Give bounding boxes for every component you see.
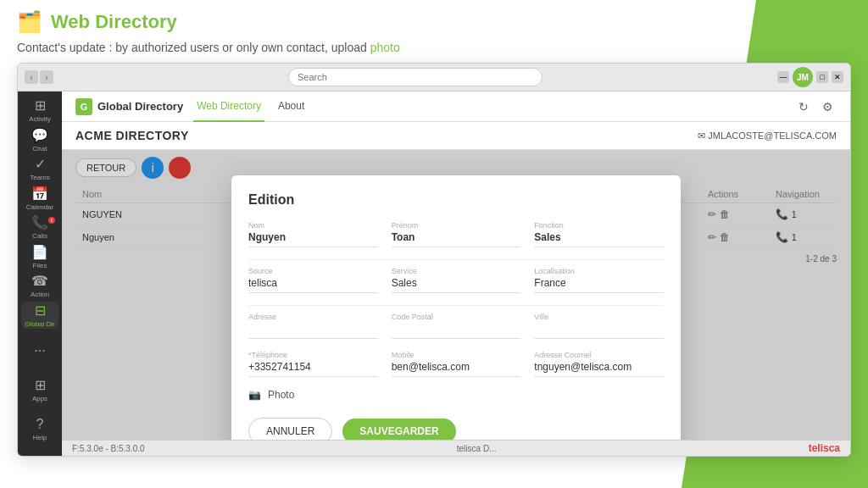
codepostal-label: Code postal	[392, 313, 521, 321]
app-title: Web Directory	[51, 11, 177, 33]
field-service: Service Sales	[392, 267, 521, 293]
sidebar-label-chat: Chat	[33, 145, 47, 152]
directory-email: ✉ JMLACOSTE@TELISCA.COM	[698, 130, 837, 141]
sidebar-label-calls: Calls	[32, 232, 47, 240]
photo-label: Photo	[268, 389, 294, 401]
app-logo-icon: G	[75, 98, 92, 115]
photo-icon: 📷	[248, 389, 261, 401]
subtitle: Contact's update : by authorized users o…	[0, 37, 868, 63]
field-adresse-courriel: Adresse courriel tnguyen@telisca.com	[534, 351, 664, 377]
maximize-button[interactable]: □	[816, 71, 828, 83]
tab-web-directory[interactable]: Web Directory	[193, 92, 264, 122]
sidebar-item-files[interactable]: 📄 Files	[21, 243, 58, 271]
fonction-value[interactable]: Sales	[534, 231, 664, 247]
tab-about[interactable]: About	[275, 92, 308, 122]
sidebar: ⊞ Activity 💬 Chat ✓ Teams 📅 Calendar 📞 C…	[18, 92, 62, 456]
mobile-label: Mobile	[392, 351, 521, 359]
sidebar-label-help: Help	[33, 434, 47, 441]
calls-icon: 📞	[31, 214, 48, 230]
main-window: ‹ › — JM □ ✕ ⊞ Activity 💬 Chat ✓	[17, 63, 851, 457]
nom-value[interactable]: Nguyen	[248, 231, 378, 247]
sidebar-label-action: Action	[31, 291, 49, 298]
titlebar-nav: ‹ ›	[25, 70, 53, 84]
settings-button[interactable]: ⚙	[818, 97, 837, 116]
back-button[interactable]: ‹	[25, 70, 38, 84]
service-label: Service	[392, 267, 521, 275]
center-label: telisca D...	[457, 444, 497, 453]
mobile-value[interactable]: ben@telisca.com	[392, 361, 521, 377]
app-layout: ⊞ Activity 💬 Chat ✓ Teams 📅 Calendar 📞 C…	[18, 92, 850, 456]
search-input[interactable]	[288, 68, 542, 86]
sidebar-item-help[interactable]: ? Help	[21, 410, 58, 447]
sidebar-label-teams: Teams	[30, 174, 50, 181]
field-adresse: Adresse	[248, 313, 378, 339]
modal-title: Edition	[248, 192, 664, 208]
sidebar-item-calls[interactable]: 📞 Calls 1	[21, 214, 58, 241]
annuler-button[interactable]: ANNULER	[248, 418, 332, 440]
refresh-button[interactable]: ↻	[794, 97, 813, 116]
sauvegarder-button[interactable]: SAUVEGARDER	[342, 419, 455, 440]
ville-label: Ville	[534, 313, 664, 321]
telephone-value[interactable]: +3352741154	[248, 361, 378, 377]
close-button[interactable]: ✕	[832, 71, 843, 83]
source-label: Source	[248, 267, 378, 275]
modal-actions: ANNULER SAUVEGARDER	[248, 418, 664, 440]
nom-label: Nom	[248, 221, 378, 230]
source-value[interactable]: telisca	[248, 277, 378, 293]
adresse-courriel-value[interactable]: tnguyen@telisca.com	[534, 361, 664, 377]
prenom-value[interactable]: Toan	[392, 231, 521, 247]
titlebar-controls: — JM □ ✕	[777, 67, 843, 87]
localisation-value[interactable]: France	[534, 277, 664, 293]
calendar-icon: 📅	[31, 186, 48, 202]
app-name: Global Directory	[97, 100, 183, 113]
help-icon: ?	[36, 417, 44, 432]
form-row-2: Source telisca Service Sales Localisatio…	[248, 267, 664, 293]
modal-overlay: Edition Nom Nguyen Prénom Toan	[62, 150, 850, 440]
sidebar-label-calendar: Calendar	[26, 203, 53, 211]
codepostal-value[interactable]	[392, 323, 521, 339]
sidebar-label-activity: Activity	[29, 115, 50, 123]
search-bar	[58, 68, 772, 86]
titlebar: ‹ › — JM □ ✕	[18, 64, 850, 92]
telisca-logo: telisca	[809, 442, 840, 454]
sidebar-item-action[interactable]: ☎ Action	[21, 272, 58, 300]
adresse-label: Adresse	[248, 313, 378, 321]
globaldir-icon: ⊟	[35, 302, 46, 319]
field-nom: Nom Nguyen	[248, 221, 378, 247]
sidebar-item-calendar[interactable]: 📅 Calendar	[21, 185, 58, 213]
photo-row: 📷 Photo	[248, 389, 664, 401]
adresse-courriel-label: Adresse courriel	[534, 351, 664, 359]
nav-actions: ↻ ⚙	[794, 97, 837, 116]
sidebar-item-teams[interactable]: ✓ Teams	[21, 155, 58, 183]
directory-header: ACME DIRECTORY ✉ JMLACOSTE@TELISCA.COM	[62, 122, 850, 150]
service-value[interactable]: Sales	[392, 277, 521, 293]
sidebar-label-globaldir: Global Dir	[25, 320, 55, 328]
app-logo: G Global Directory	[75, 98, 183, 115]
field-prenom: Prénom Toan	[392, 221, 521, 247]
action-icon: ☎	[31, 273, 48, 289]
sidebar-item-chat[interactable]: 💬 Chat	[21, 126, 58, 154]
field-codepostal: Code postal	[392, 313, 521, 339]
apps-icon: ⊞	[35, 377, 46, 393]
form-row-3: Adresse Code postal Ville	[248, 313, 664, 339]
field-ville: Ville	[534, 313, 664, 339]
form-row-1: Nom Nguyen Prénom Toan Fonction Sales	[248, 221, 664, 247]
divider-1	[248, 259, 664, 260]
forward-button[interactable]: ›	[40, 70, 53, 84]
minimize-button[interactable]: —	[777, 71, 789, 83]
field-source: Source telisca	[248, 267, 378, 293]
sidebar-item-activity[interactable]: ⊞ Activity	[21, 97, 58, 125]
sidebar-item-more[interactable]: ···	[21, 332, 58, 369]
fonction-label: Fonction	[534, 221, 664, 230]
avatar: JM	[793, 67, 813, 87]
sidebar-item-globaldir[interactable]: ⊟ Global Dir	[21, 302, 58, 330]
sidebar-item-apps[interactable]: ⊞ Apps	[21, 371, 58, 408]
ville-value[interactable]	[534, 323, 664, 339]
sidebar-label-files: Files	[33, 262, 47, 269]
teams-icon: ✓	[35, 156, 46, 172]
telephone-label: *téléphone	[248, 351, 378, 359]
page-header: 🗂️ Web Directory	[0, 0, 868, 37]
more-icon: ···	[34, 343, 45, 358]
adresse-value[interactable]	[248, 323, 378, 339]
directory-title: ACME DIRECTORY	[75, 129, 189, 142]
